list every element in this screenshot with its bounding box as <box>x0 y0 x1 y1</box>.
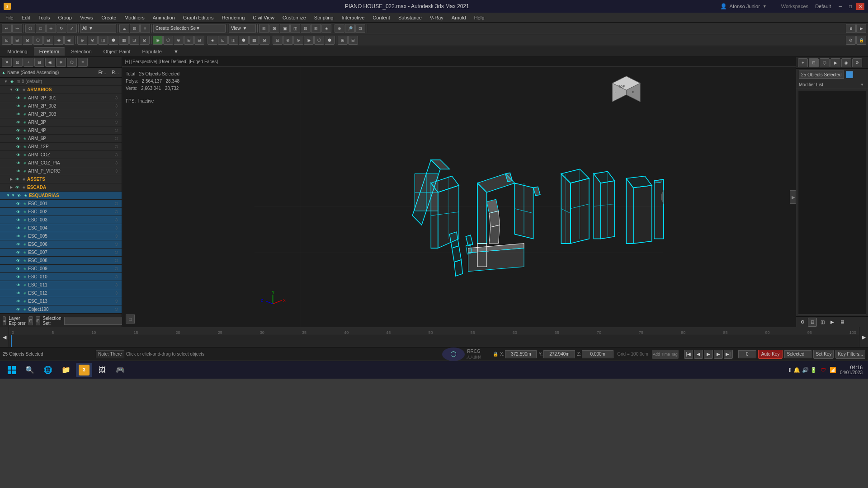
tb2-btn-ac[interactable]: ◉ <box>304 36 314 45</box>
align-button[interactable]: ⊟ <box>130 24 140 33</box>
y-input[interactable] <box>543 350 575 358</box>
menu-arnold[interactable]: Arnold <box>448 14 470 21</box>
tb2-btn-e[interactable]: ⊟ <box>43 36 53 45</box>
visibility-icon[interactable]: 👁 <box>15 249 21 256</box>
scene-row-obj190[interactable]: 👁 ◈ Object190 ⬡ <box>0 305 122 314</box>
menu-graph-editors[interactable]: Graph Editors <box>179 14 217 21</box>
menu-file[interactable]: File <box>2 14 17 21</box>
rotate-button[interactable]: ↻ <box>57 24 66 33</box>
render-settings-button[interactable]: 🖥 <box>846 24 856 33</box>
tb2-btn-y[interactable]: ⊠ <box>259 36 269 45</box>
scene-row-esc013[interactable]: 👁 ◈ ESC_013 ⬡ <box>0 297 122 305</box>
scene-select-button[interactable]: ⬡ <box>67 58 77 67</box>
visibility-icon[interactable]: 👁 <box>15 152 21 158</box>
menu-customize[interactable]: Customize <box>279 14 310 21</box>
tb2-btn-h[interactable]: ⊕ <box>77 36 87 45</box>
go-end-button[interactable]: ▶| <box>724 350 733 359</box>
menu-vray[interactable]: V-Ray <box>426 14 447 21</box>
taskbar-3dsmax[interactable]: 3 <box>76 363 92 377</box>
scene-row-esquadrias[interactable]: ▼ ▼ 👁 ◈ ESQUADRIAS <box>0 192 122 200</box>
z-input[interactable] <box>582 350 613 358</box>
taskbar-photoshop[interactable]: 🖼 <box>94 363 110 377</box>
search-button[interactable]: 🔍 <box>22 363 38 377</box>
tab-populate[interactable]: Populate <box>137 47 167 56</box>
tb2-btn-ah[interactable]: ⚙ <box>846 36 856 45</box>
tl-prev-button[interactable]: ◀ <box>0 327 9 347</box>
menu-create[interactable]: Create <box>98 14 120 21</box>
taskbar-chrome[interactable]: 🌐 <box>40 363 56 377</box>
tb2-btn-j[interactable]: ◫ <box>98 36 108 45</box>
tb2-btn-f[interactable]: ◈ <box>54 36 64 45</box>
panel-tab-anim[interactable]: ▶ <box>828 318 837 327</box>
display-icon[interactable]: ◉ <box>841 58 851 67</box>
tb-btn-j[interactable]: ⊡ <box>355 24 365 33</box>
next-frame-button[interactable]: ▶ <box>714 350 723 359</box>
visibility-icon[interactable]: 👁 <box>15 209 21 215</box>
menu-tools[interactable]: Tools <box>35 14 54 21</box>
viewport-canvas[interactable]: Total 25 Objects Selected Polys: 2,564,1… <box>122 67 796 327</box>
scene-layer-button[interactable]: ≡ <box>78 58 88 67</box>
visibility-icon[interactable]: 👁 <box>15 103 21 109</box>
scene-row-esc005[interactable]: 👁 ◈ ESC_005 ⬡ <box>0 232 122 240</box>
visibility-icon[interactable]: 👁 <box>15 306 21 313</box>
scene-freeze-button[interactable]: ❄ <box>56 58 66 67</box>
scene-row-arm3p[interactable]: 👁 ◈ ARM_3P ⬡ <box>0 118 122 127</box>
scene-hide-button[interactable]: ◉ <box>45 58 55 67</box>
visibility-icon[interactable]: 👁 <box>15 95 21 101</box>
panel-tab-object[interactable]: ⊟ <box>808 318 817 327</box>
tb2-btn-t[interactable]: ◈ <box>208 36 217 45</box>
menu-civil-view[interactable]: Civil View <box>249 14 278 21</box>
go-start-button[interactable]: |◀ <box>684 350 693 359</box>
layer-button[interactable]: ≡ <box>140 24 150 33</box>
close-button[interactable]: ✕ <box>856 3 864 10</box>
scene-bottom-btn3[interactable]: ⊞ <box>36 316 40 325</box>
tb2-btn-g[interactable]: ◉ <box>64 36 74 45</box>
current-frame-input[interactable] <box>738 350 756 358</box>
scene-add-button[interactable]: + <box>24 58 33 67</box>
tb2-btn-n[interactable]: ⊠ <box>140 36 150 45</box>
tb2-btn-b[interactable]: ⊞ <box>12 36 22 45</box>
tb-btn-f[interactable]: ⊞ <box>311 24 321 33</box>
tab-freeform[interactable]: Freeform <box>34 47 65 56</box>
hierarchy-icon[interactable]: ⬡ <box>820 58 830 67</box>
visibility-icon[interactable]: 👁 <box>15 111 21 117</box>
taskbar-green-app[interactable]: 🎮 <box>112 363 128 377</box>
menu-edit[interactable]: Edit <box>18 14 34 21</box>
scene-row-assets[interactable]: ▶ 👁 ◈ ASSETS <box>0 175 122 183</box>
visibility-icon[interactable]: 👁 <box>15 168 21 174</box>
tb-btn-e[interactable]: ⊟ <box>301 24 311 33</box>
maximize-button[interactable]: □ <box>846 3 854 10</box>
tb2-btn-z[interactable]: ⊡ <box>273 36 283 45</box>
modify-icon[interactable]: ⊟ <box>809 58 819 67</box>
tb2-btn-p[interactable]: ⬡ <box>163 36 173 45</box>
expand-icon[interactable]: ▼ <box>9 88 14 92</box>
tb2-btn-x[interactable]: ▦ <box>249 36 259 45</box>
scene-row-esc009[interactable]: 👁 ◈ ESC_009 ⬡ <box>0 265 122 273</box>
expand-icon[interactable]: ▶ <box>9 177 14 182</box>
select-region-button[interactable]: □ <box>36 24 46 33</box>
scene-row-esc006[interactable]: 👁 ◈ ESC_006 ⬡ <box>0 240 122 249</box>
scene-filter-button[interactable]: ⊡ <box>13 58 23 67</box>
scene-delete-button[interactable]: ⊟ <box>34 58 44 67</box>
tb2-btn-d[interactable]: ⬡ <box>33 36 43 45</box>
tb2-btn-s[interactable]: ⊟ <box>194 36 204 45</box>
select-button[interactable]: ⬡ <box>25 24 35 33</box>
scene-row-arm2p001[interactable]: 👁 ◈ ARM_2P_001 ⬡ <box>0 94 122 102</box>
tb2-btn-ab[interactable]: ⊗ <box>293 36 303 45</box>
expand-icon[interactable]: ▼ <box>4 80 8 84</box>
menu-rendering[interactable]: Rendering <box>218 14 249 21</box>
expand-icon-group[interactable]: ▼ <box>6 193 10 197</box>
scene-row-0default[interactable]: ▼ 👁 ◫ 0 (default) <box>0 78 122 86</box>
visibility-icon[interactable]: 👁 <box>15 201 21 207</box>
tb2-btn-r[interactable]: ⊞ <box>184 36 194 45</box>
visibility-icon[interactable]: 👁 <box>15 225 21 231</box>
tb-btn-h[interactable]: ⊕ <box>335 24 344 33</box>
visibility-icon[interactable]: 👁 <box>15 217 21 223</box>
viewport-corner-btn[interactable]: □ <box>126 314 135 324</box>
scene-row-esc003[interactable]: 👁 ◈ ESC_003 ⬡ <box>0 216 122 224</box>
visibility-icon[interactable]: 👁 <box>15 298 21 305</box>
panel-tab-render[interactable]: 🖥 <box>838 318 847 327</box>
scene-row-esc011[interactable]: 👁 ◈ ESC_011 ⬡ <box>0 281 122 289</box>
scene-content[interactable]: ▼ 👁 ◫ 0 (default) ▼ 👁 ◈ ARMARIOS 👁 ◈ ARM… <box>0 78 122 314</box>
visibility-icon[interactable]: 👁 <box>15 241 21 248</box>
